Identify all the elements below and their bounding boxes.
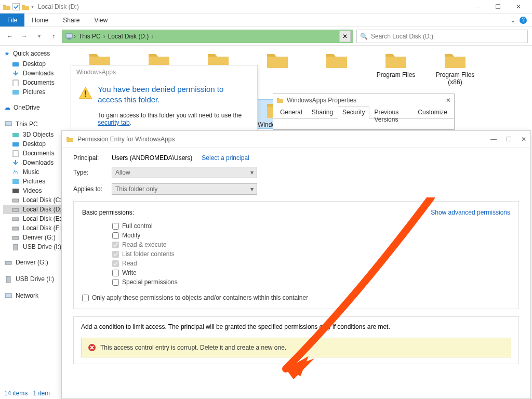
chevron-down-icon[interactable]: ⌄	[510, 17, 515, 24]
tree-item[interactable]: Desktop	[3, 139, 71, 149]
address-bar[interactable]: › This PC › Local Disk (D:) › ✕	[62, 30, 353, 43]
applies-to-label: Applies to:	[73, 185, 105, 193]
folder-small-icon	[21, 2, 30, 11]
permission-label: Read	[122, 260, 137, 267]
quick-access-toolbar: ▾	[2, 2, 34, 11]
status-bar: 14 items 1 item	[4, 390, 50, 397]
tree-item[interactable]: Desktop	[3, 59, 71, 69]
minimize-button[interactable]: —	[490, 136, 497, 143]
principal-value: Users (ANDROMEDA\Users)	[112, 154, 192, 162]
cloud-icon: ☁	[4, 104, 10, 111]
search-icon: 🔍	[360, 33, 368, 40]
checkbox-icon[interactable]	[12, 3, 20, 10]
properties-tab[interactable]: Previous Versions	[369, 107, 413, 118]
permission-checkbox[interactable]	[112, 232, 119, 239]
only-apply-checkbox[interactable]	[82, 295, 89, 301]
recent-dropdown[interactable]: ▾	[33, 31, 45, 42]
tree-item[interactable]: Documents	[3, 78, 71, 87]
svg-rect-16	[14, 244, 18, 250]
back-button[interactable]: ←	[4, 31, 16, 42]
svg-rect-2	[12, 62, 19, 66]
svg-rect-15	[12, 236, 19, 240]
search-box[interactable]: 🔍	[356, 30, 528, 43]
close-button[interactable]: ✕	[446, 97, 451, 104]
view-tab[interactable]: View	[87, 14, 115, 26]
access-denied-dialog: WindowsApps You have been denied permiss…	[71, 65, 258, 134]
permission-label: Write	[122, 269, 137, 276]
maximize-button[interactable]: ☐	[490, 3, 505, 10]
close-button[interactable]: ✕	[521, 136, 526, 143]
breadcrumb-item[interactable]: This PC	[76, 33, 103, 40]
file-tab[interactable]: File	[0, 14, 24, 26]
tree-item[interactable]: Downloads	[3, 69, 71, 78]
tree-item[interactable]: Pictures	[3, 87, 71, 97]
dialog-title: WindowsApps	[71, 65, 257, 79]
minimize-button[interactable]: —	[470, 3, 484, 10]
address-close-button[interactable]: ✕	[339, 31, 351, 42]
applies-to-select[interactable]: This folder only▾	[112, 183, 257, 195]
close-button[interactable]: ✕	[511, 3, 526, 10]
home-tab[interactable]: Home	[24, 14, 56, 26]
this-pc-header[interactable]: This PC	[3, 118, 71, 130]
tree-item[interactable]: Local Disk (E:)	[3, 214, 71, 223]
permission-checkbox[interactable]	[112, 223, 119, 230]
svg-rect-6	[12, 133, 19, 137]
chevron-down-icon: ▾	[250, 169, 254, 176]
tree-item[interactable]: Denver (G:)	[3, 257, 71, 268]
svg-rect-3	[13, 80, 18, 86]
navigation-row: ← → ▾ ↑ › This PC › Local Disk (D:) › ✕ …	[0, 27, 532, 46]
type-select[interactable]: Allow▾	[112, 167, 257, 178]
tree-item[interactable]: 3D Objects	[3, 130, 71, 139]
forward-button[interactable]: →	[19, 31, 30, 42]
svg-rect-9	[12, 179, 19, 184]
window-title: Local Disk (D:)	[38, 3, 79, 10]
up-button[interactable]: ↑	[48, 31, 59, 42]
tree-item[interactable]: Downloads	[3, 158, 71, 167]
warning-icon	[78, 84, 92, 102]
properties-tab[interactable]: Sharing	[307, 107, 338, 118]
share-tab[interactable]: Share	[56, 14, 87, 26]
folder-item[interactable]: Program Files (x86)	[432, 50, 478, 86]
permission-checkbox[interactable]	[112, 279, 119, 286]
properties-tab[interactable]: Customize	[413, 107, 452, 118]
security-tab-link[interactable]: security tab	[98, 119, 129, 126]
search-input[interactable]	[371, 33, 524, 40]
folder-item[interactable]	[314, 50, 360, 86]
tree-item[interactable]: Pictures	[3, 177, 71, 186]
qat-dropdown-icon[interactable]: ▾	[31, 4, 34, 9]
properties-tab[interactable]: Security	[338, 107, 369, 119]
tree-item[interactable]: USB Drive (I:)	[3, 273, 71, 285]
svg-rect-0	[66, 34, 72, 38]
permission-checkbox[interactable]	[112, 260, 119, 267]
onedrive-header[interactable]: ☁OneDrive	[3, 102, 71, 113]
permission-checkbox[interactable]	[112, 270, 119, 276]
breadcrumb-item[interactable]: Local Disk (D:)	[106, 33, 151, 40]
folder-icon	[66, 136, 73, 142]
tree-item[interactable]: Local Disk (D:)	[3, 205, 71, 214]
quick-access-header[interactable]: ★Quick access	[3, 48, 71, 59]
svg-rect-19	[5, 294, 11, 298]
network-header[interactable]: Network	[3, 290, 71, 301]
folder-item[interactable]: Program Files	[373, 50, 419, 86]
properties-title: WindowsApps Properties	[287, 97, 356, 104]
svg-rect-18	[6, 276, 10, 283]
permission-checkbox[interactable]	[112, 251, 119, 258]
svg-rect-21	[85, 96, 86, 97]
help-icon[interactable]: ?	[520, 17, 527, 24]
permission-label: Modify	[122, 232, 140, 239]
chevron-right-icon[interactable]: ›	[151, 33, 154, 40]
tree-item[interactable]: Local Disk (F:)	[3, 223, 71, 233]
properties-tab[interactable]: General	[275, 107, 307, 118]
tree-item[interactable]: Documents	[3, 149, 71, 158]
svg-rect-12	[12, 208, 19, 211]
tree-item[interactable]: Music	[3, 167, 71, 177]
tree-item[interactable]: Videos	[3, 186, 71, 195]
tree-item[interactable]: Denver (G:)	[3, 233, 71, 242]
permission-checkbox[interactable]	[112, 242, 119, 248]
select-principal-link[interactable]: Select a principal	[202, 154, 249, 162]
show-advanced-link[interactable]: Show advanced permissions	[431, 209, 510, 216]
tree-item[interactable]: Local Disk (C:)	[3, 195, 71, 205]
tree-item[interactable]: USB Drive (I:)	[3, 242, 71, 251]
maximize-button[interactable]: ☐	[506, 136, 512, 143]
folder-item[interactable]	[255, 50, 300, 86]
